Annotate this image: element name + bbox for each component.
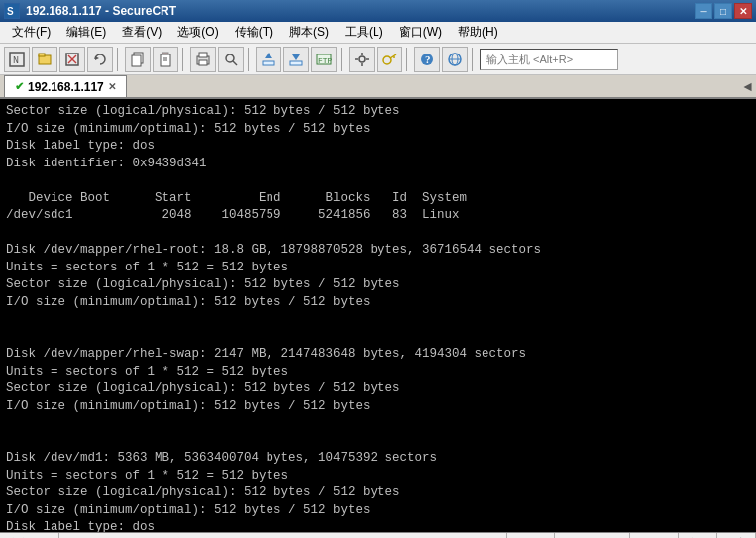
tab-label: 192.168.1.117 [28, 80, 104, 94]
toolbar-print[interactable] [190, 47, 216, 72]
menu-options[interactable]: 选项(O) [169, 22, 226, 43]
status-encryption: ssh2: AES-256-CTR [59, 533, 507, 538]
tab-bar: ✔ 192.168.1.117 ✕ ◄ [0, 75, 756, 99]
svg-rect-18 [199, 60, 207, 65]
toolbar-key[interactable] [377, 47, 402, 72]
svg-point-27 [359, 56, 365, 62]
toolbar-close-session[interactable] [59, 47, 85, 72]
app-icon: S [4, 3, 20, 19]
menu-tools[interactable]: 工具(L) [337, 22, 391, 43]
svg-point-32 [383, 56, 391, 64]
menu-view[interactable]: 查看(V) [114, 22, 169, 43]
status-connection: 就绪 [0, 533, 59, 538]
toolbar-open[interactable] [32, 47, 57, 72]
menu-edit[interactable]: 编辑(E) [58, 22, 114, 43]
status-terminal-type: VT100 [630, 533, 679, 538]
svg-text:?: ? [425, 54, 431, 65]
svg-point-19 [226, 54, 234, 62]
toolbar-settings[interactable] [349, 47, 375, 72]
svg-line-33 [390, 54, 396, 58]
status-bar: 就绪 ssh2: AES-256-CTR 30, 22 30 行, 92 列 V… [0, 532, 756, 538]
status-num: 数字 [717, 533, 756, 538]
status-cursor-pos: 30, 22 [507, 533, 555, 538]
toolbar: N FTP ? [0, 44, 756, 75]
menu-window[interactable]: 窗口(W) [391, 22, 450, 43]
svg-text:FTP: FTP [318, 56, 332, 65]
svg-rect-21 [263, 61, 274, 65]
toolbar-upload[interactable] [256, 47, 281, 72]
tab-close-button[interactable]: ✕ [108, 81, 116, 92]
maximize-button[interactable]: □ [714, 3, 732, 19]
toolbar-sep-6 [472, 48, 476, 71]
toolbar-sep-4 [341, 48, 345, 71]
session-tab[interactable]: ✔ 192.168.1.117 ✕ [4, 75, 127, 97]
menu-bar: 文件(F) 编辑(E) 查看(V) 选项(O) 传输(T) 脚本(S) 工具(L… [0, 22, 756, 44]
menu-file[interactable]: 文件(F) [4, 22, 58, 43]
terminal-output[interactable]: Sector size (logical/physical): 512 byte… [0, 99, 756, 532]
title-bar-left: S 192.168.1.117 - SecureCRT [4, 3, 176, 19]
toolbar-find[interactable] [218, 47, 244, 72]
svg-text:N: N [13, 55, 19, 66]
svg-marker-22 [265, 53, 272, 58]
title-bar: S 192.168.1.117 - SecureCRT ─ □ ✕ [0, 0, 756, 22]
close-button[interactable]: ✕ [734, 3, 752, 19]
menu-transfer[interactable]: 传输(T) [227, 22, 281, 43]
svg-line-20 [233, 61, 237, 65]
toolbar-sep-5 [406, 48, 410, 71]
toolbar-new-session[interactable]: N [4, 47, 30, 72]
toolbar-web[interactable] [442, 47, 468, 72]
hostname-input[interactable] [480, 49, 618, 70]
toolbar-sep-2 [182, 48, 186, 71]
toolbar-sftp[interactable]: FTP [311, 47, 337, 72]
toolbar-help[interactable]: ? [414, 47, 440, 72]
window-title: 192.168.1.117 - SecureCRT [26, 4, 176, 18]
svg-text:S: S [7, 6, 14, 17]
toolbar-copy[interactable] [125, 47, 151, 72]
window-controls[interactable]: ─ □ ✕ [695, 3, 752, 19]
menu-help[interactable]: 帮助(H) [450, 22, 506, 43]
toolbar-download[interactable] [283, 47, 309, 72]
svg-marker-9 [95, 56, 99, 60]
status-rows-cols: 30 行, 92 列 [555, 533, 630, 538]
minimize-button[interactable]: ─ [695, 3, 712, 19]
tab-scroll-arrow[interactable]: ◄ [744, 79, 752, 95]
toolbar-sep-1 [117, 48, 121, 71]
toolbar-sep-3 [248, 48, 252, 71]
svg-rect-5 [39, 54, 45, 56]
toolbar-reconnect[interactable] [87, 47, 113, 72]
svg-rect-23 [290, 61, 302, 65]
svg-rect-11 [132, 55, 141, 66]
svg-marker-24 [292, 54, 300, 60]
toolbar-paste[interactable] [153, 47, 178, 72]
tab-check-icon: ✔ [15, 80, 24, 93]
status-caps: 大写 [679, 533, 717, 538]
svg-rect-17 [199, 53, 207, 57]
menu-script[interactable]: 脚本(S) [281, 22, 337, 43]
